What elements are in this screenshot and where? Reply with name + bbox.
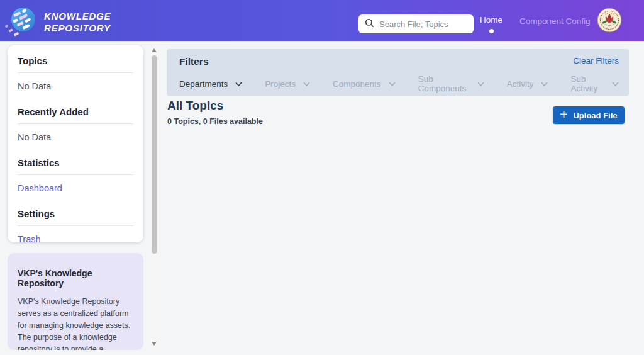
filter-dropdown-sub-activity[interactable]: Sub Activity (570, 74, 619, 93)
nav-component-config-label: Component Config (519, 16, 591, 26)
scrollbar-thumb[interactable] (152, 55, 157, 254)
sidebar-scrollbar[interactable] (150, 44, 158, 350)
chevron-down-icon (235, 82, 242, 86)
scroll-up-icon[interactable] (152, 48, 157, 52)
sidebar-section-statistics: Statistics Dashboard (18, 157, 133, 193)
sidebar-section-title: Statistics (18, 157, 133, 175)
chevron-down-icon (303, 82, 310, 86)
nav-home[interactable]: Home (479, 15, 504, 33)
emblem-avatar-icon (597, 24, 622, 35)
trash-link[interactable]: Trash (18, 234, 41, 244)
user-avatar[interactable] (597, 8, 622, 33)
chevron-down-icon (389, 82, 396, 86)
sidebar-section-topics: Topics No Data (18, 55, 133, 91)
filters-title: Filters (179, 56, 209, 67)
filter-dropdown-departments[interactable]: Departments (179, 74, 242, 93)
filter-dropdown-row: Departments Projects Components Sub Comp… (179, 74, 619, 93)
nav-component-config[interactable]: Component Config (519, 16, 591, 26)
search-icon (365, 18, 374, 30)
nav-home-label: Home (480, 15, 502, 25)
plus-icon (560, 110, 568, 120)
about-card-title: VKP's Knowledge Repository (18, 268, 133, 288)
filter-dropdown-sub-components[interactable]: Sub Components (418, 74, 484, 93)
chevron-down-icon (541, 82, 548, 86)
upload-file-button[interactable]: Upload File (553, 106, 625, 124)
filter-dropdown-projects[interactable]: Projects (265, 74, 310, 93)
brand-name: KNOWLEDGE REPOSITORY (44, 10, 111, 35)
about-card-body: VKP's Knowledge Repository serves as a c… (18, 296, 133, 350)
filter-dropdown-components[interactable]: Components (333, 74, 396, 93)
clear-filters-link[interactable]: Clear Filters (573, 56, 619, 65)
upload-file-label: Upload File (573, 111, 617, 120)
sidebar-section-settings: Settings Trash (18, 208, 133, 244)
search-input[interactable] (379, 20, 467, 29)
active-indicator-dot (489, 29, 494, 33)
sidebar: Topics No Data Recently Added No Data St… (8, 45, 143, 242)
sidebar-section-recently-added: Recently Added No Data (18, 106, 133, 142)
filter-dropdown-activity[interactable]: Activity (507, 74, 548, 93)
chevron-down-icon (612, 82, 619, 86)
filters-panel: Filters Clear Filters Departments Projec… (167, 49, 629, 96)
sidebar-section-title: Recently Added (18, 106, 133, 124)
dashboard-link[interactable]: Dashboard (18, 183, 62, 193)
app-header: KNOWLEDGE REPOSITORY Home Component Conf… (0, 0, 644, 41)
about-card: VKP's Knowledge Repository VKP's Knowled… (8, 253, 143, 350)
chevron-down-icon (477, 82, 484, 86)
app-logo: KNOWLEDGE REPOSITORY (4, 5, 111, 39)
page-title: All Topics (167, 99, 223, 113)
no-data-text: No Data (18, 81, 133, 91)
no-data-text: No Data (18, 132, 133, 142)
scroll-down-icon[interactable] (152, 342, 157, 346)
search-bar[interactable] (358, 14, 474, 33)
globe-logo-icon (4, 5, 38, 39)
sidebar-section-title: Settings (18, 208, 133, 226)
topics-count-subtitle: 0 Topics, 0 Files available (167, 117, 263, 126)
sidebar-section-title: Topics (18, 55, 133, 73)
